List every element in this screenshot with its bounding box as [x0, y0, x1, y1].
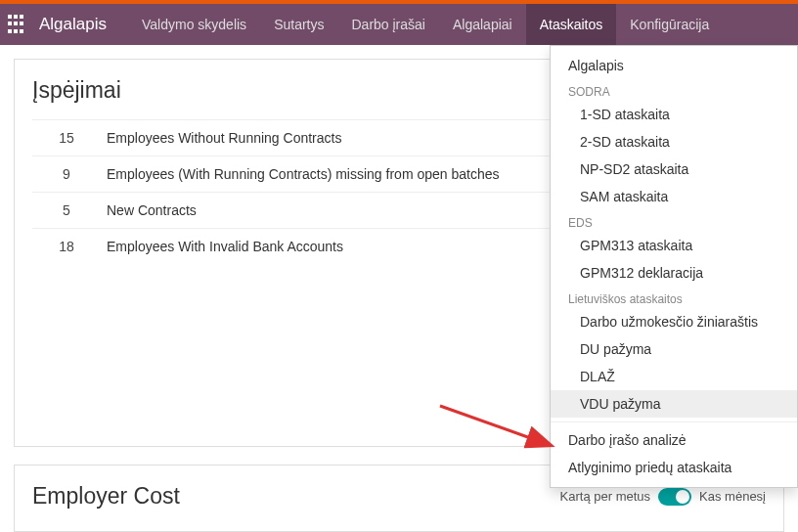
warning-count: 18	[32, 229, 101, 265]
dropdown-divider	[551, 421, 797, 422]
nav-valdymo-skydelis[interactable]: Valdymo skydelis	[128, 4, 260, 45]
employer-cost-title: Employer Cost	[32, 483, 180, 510]
warning-count: 15	[32, 120, 101, 156]
dropdown-item-atlyginimo-priedu[interactable]: Atlyginimo priedų ataskaita	[551, 454, 797, 481]
dropdown-header-eds: EDS	[551, 210, 797, 232]
apps-icon[interactable]	[8, 15, 27, 34]
nav-sutartys[interactable]: Sutartys	[260, 4, 337, 45]
dropdown-item-du-ziniarastis[interactable]: Darbo užmokesčio žiniaraštis	[551, 308, 797, 335]
dropdown-item-darbo-iraso-analize[interactable]: Darbo įrašo analizė	[551, 426, 797, 454]
ataskaitos-dropdown: Algalapis SODRA 1-SD ataskaita 2-SD atas…	[550, 45, 798, 488]
dropdown-header-lietuviskos: Lietuviškos ataskaitos	[551, 287, 797, 308]
period-toggle[interactable]	[658, 488, 691, 506]
dropdown-item-gpm313[interactable]: GPM313 ataskaita	[551, 232, 797, 259]
dropdown-item-du-pazyma[interactable]: DU pažyma	[551, 335, 797, 363]
dropdown-item-dlaz[interactable]: DLAŽ	[551, 363, 797, 390]
nav-darbo-irasai[interactable]: Darbo įrašai	[337, 4, 438, 45]
nav-algalapiai[interactable]: Algalapiai	[439, 4, 526, 45]
dropdown-header-sodra: SODRA	[551, 79, 797, 101]
nav-ataskaitos[interactable]: Ataskaitos	[526, 4, 617, 45]
dropdown-item-gpm312[interactable]: GPM312 deklaracija	[551, 259, 797, 287]
toggle-label-yearly: Kartą per metus	[560, 489, 651, 504]
period-toggle-area: Kartą per metus Kas mėnesį	[560, 488, 766, 506]
dropdown-item-npsd2[interactable]: NP-SD2 ataskaita	[551, 155, 797, 183]
warning-count: 9	[32, 156, 101, 193]
dropdown-item-2sd[interactable]: 2-SD ataskaita	[551, 128, 797, 155]
nav-konfiguracija[interactable]: Konfigūracija	[616, 4, 723, 45]
dropdown-item-sam[interactable]: SAM ataskaita	[551, 183, 797, 210]
dropdown-item-1sd[interactable]: 1-SD ataskaita	[551, 101, 797, 128]
toggle-label-monthly: Kas mėnesį	[699, 489, 766, 504]
dropdown-item-algalapis[interactable]: Algalapis	[551, 52, 797, 79]
dropdown-item-vdu-pazyma[interactable]: VDU pažyma	[551, 390, 797, 418]
brand-title[interactable]: Algalapis	[39, 15, 107, 34]
top-nav: Algalapis Valdymo skydelis Sutartys Darb…	[0, 4, 798, 45]
warning-count: 5	[32, 193, 101, 229]
